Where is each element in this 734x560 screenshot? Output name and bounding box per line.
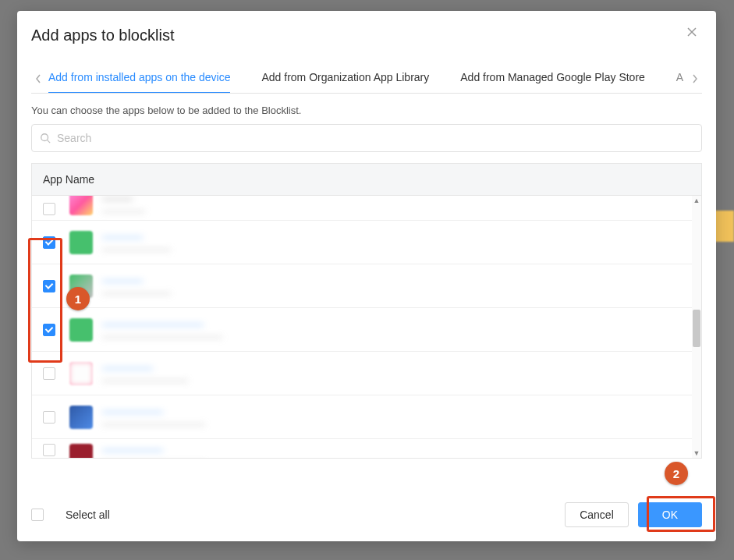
app-name: —————— [102,444,205,455]
list-item[interactable]: —————————————————— [32,395,692,439]
row-checkbox[interactable] [43,280,55,292]
scrollbar[interactable]: ▲ ▼ [692,196,701,458]
app-icon [69,318,93,342]
modal-header: Add apps to blocklist [17,11,716,51]
list-body: ————————————————————————————————————————… [32,196,701,458]
search-box[interactable] [31,124,702,152]
cancel-button[interactable]: Cancel [565,502,629,527]
tab-overflow-peek[interactable]: A [676,65,683,93]
tab-managed-google-play[interactable]: Add from Managed Google Play Store [460,65,645,93]
app-text-block: —————————————————— [102,406,205,428]
row-checkbox[interactable] [43,411,55,424]
modal-footer: Select all Cancel OK [17,491,716,541]
svg-line-1 [48,140,51,144]
tab-scroll-left[interactable] [31,74,45,83]
app-name: ———— [102,231,171,243]
list-item[interactable]: ——————————————— [32,352,692,395]
app-text-block: ———————————— [102,275,171,297]
tab-scroll-right[interactable] [688,74,702,83]
list-header-app-name: App Name [32,164,701,196]
app-list: App Name ———————————————————————————————… [31,163,702,459]
app-text-block: ——————————————— [102,362,188,385]
app-icon [69,362,93,385]
app-sub: ———————— [102,244,171,253]
app-name: ———— [102,275,171,286]
blocklist-modal: Add apps to blocklist Add from installed… [17,11,716,541]
modal-title: Add apps to blocklist [31,27,174,44]
app-text-block: —————————————————— [102,444,205,458]
app-text-block: ———————————————————————— [102,318,222,341]
select-all[interactable]: Select all [31,509,110,521]
row-checkbox[interactable] [43,236,55,249]
app-sub: ———————— [102,288,171,297]
app-icon [69,275,93,298]
app-sub: —————————— [102,375,188,385]
tab-installed-apps[interactable]: Add from installed apps on the device [48,65,230,93]
search-input[interactable] [55,131,693,145]
list-item[interactable]: —————————————————— [32,439,692,458]
modal-description: You can choose the apps below to be adde… [31,105,702,116]
app-icon [69,444,93,458]
app-text-block: ———————————— [102,231,171,253]
app-name: —————————— [102,318,222,330]
app-sub: ———————————— [102,419,205,428]
row-checkbox[interactable] [43,324,55,336]
app-sub: ———————————— [102,457,205,458]
scroll-up-icon[interactable]: ▲ [692,196,701,205]
app-icon [69,196,93,215]
app-icon [69,231,93,254]
app-sub: ————— [102,206,145,215]
list-item[interactable]: ———————————— [32,264,692,308]
close-icon[interactable] [686,27,697,37]
tabs: Add from installed apps on the device Ad… [45,65,688,93]
search-icon [40,133,51,144]
app-name: ————— [102,362,188,374]
tabs-bar: Add from installed apps on the device Ad… [31,65,702,94]
app-icon [69,406,93,429]
app-name: ——— [102,196,145,204]
row-checkbox[interactable] [43,444,55,456]
tab-org-app-library[interactable]: Add from Organization App Library [261,65,429,93]
ok-button[interactable]: OK [638,502,702,527]
row-checkbox[interactable] [43,367,55,380]
svg-point-0 [41,134,48,141]
row-checkbox[interactable] [43,203,55,215]
list-item[interactable]: ———————— [32,196,692,221]
app-name: —————— [102,406,205,417]
select-all-checkbox[interactable] [31,509,44,521]
list-item[interactable]: ———————————————————————— [32,308,692,352]
app-sub: —————————————— [102,331,222,341]
select-all-label: Select all [66,509,110,521]
scroll-down-icon[interactable]: ▼ [692,448,701,458]
app-text-block: ———————— [102,196,145,215]
list-item[interactable]: ———————————— [32,221,692,264]
scroll-thumb[interactable] [693,310,700,347]
